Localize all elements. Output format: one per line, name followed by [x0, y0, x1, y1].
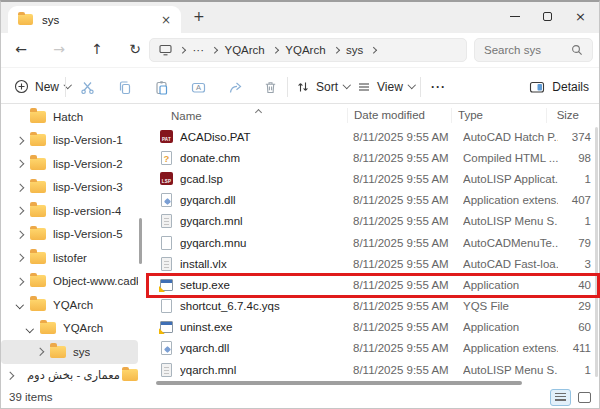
- forward-icon[interactable]: →: [49, 41, 69, 57]
- close-button[interactable]: ×: [564, 2, 597, 31]
- this-pc-icon: [159, 44, 172, 56]
- chevron-down-icon[interactable]: [27, 326, 40, 332]
- chevron-right-icon[interactable]: [7, 373, 20, 379]
- sidebar-item-listofer[interactable]: listofer: [1, 246, 138, 270]
- minimize-icon: [510, 16, 520, 17]
- sidebar-item-object-wwwcadkh[interactable]: Object-www.cadkh: [1, 270, 138, 294]
- sidebar-item-lisp-version-5[interactable]: lisp-Version-5: [1, 223, 138, 247]
- sidebar-item-lisp-version-4[interactable]: lisp-version-4: [1, 199, 138, 223]
- file-row-acadiso.pat[interactable]: PATACADiso.PAT8/11/2025 9:55 AMAutoCAD H…: [147, 126, 598, 147]
- share-button[interactable]: [222, 76, 248, 98]
- sidebar-item-label: Object-www.cadkh: [53, 275, 138, 287]
- chevron-right-icon[interactable]: [17, 185, 30, 191]
- chevron-right-icon[interactable]: [17, 232, 30, 238]
- chevron-down-icon[interactable]: [17, 302, 30, 308]
- sidebar-item-lisp-version-3[interactable]: lisp-Version-3: [1, 176, 138, 200]
- sidebar-item-label: lisp-Version-3: [53, 181, 123, 193]
- sidebar-item-lisp-version-2[interactable]: lisp-Version-2: [1, 152, 138, 176]
- details-view-toggle[interactable]: [550, 389, 571, 406]
- file-row-yqarch.mnl[interactable]: yqarch.mnl8/11/2025 9:55 AMAutoLISP Menu…: [147, 359, 598, 380]
- file-row-yqarch.dll[interactable]: yqarch.dll8/11/2025 9:55 AMApplication e…: [147, 338, 598, 359]
- column-header-date-modified[interactable]: Date modified: [347, 108, 457, 123]
- copy-button[interactable]: [111, 76, 137, 98]
- folder-icon: [30, 111, 46, 123]
- sidebar-item-sys[interactable]: sys: [1, 340, 138, 364]
- toolbar-divider: [287, 77, 288, 97]
- column-header-name[interactable]: Name: [159, 110, 353, 122]
- folder-icon: [30, 205, 46, 217]
- file-type: Application extens...: [463, 194, 558, 206]
- file-row-uninst.exe[interactable]: uninst.exe8/11/2025 9:55 AMApplication60: [147, 317, 598, 338]
- rename-button[interactable]: A: [185, 76, 211, 98]
- close-tab-icon[interactable]: ×: [161, 13, 171, 27]
- chevron-right-icon[interactable]: [17, 138, 30, 144]
- file-type: Application: [463, 279, 558, 291]
- sidebar-item-yqarch[interactable]: YQArch: [1, 317, 138, 341]
- chevron-right-icon[interactable]: [37, 349, 50, 355]
- paste-button[interactable]: [148, 76, 174, 98]
- sidebar-item-label: sys: [73, 346, 90, 358]
- breadcrumb-item-yqarch2[interactable]: YQArch: [285, 44, 325, 56]
- sidebar-item-label: lisp-Version-1: [53, 134, 123, 146]
- folder-icon: [30, 181, 46, 193]
- chevron-right-icon[interactable]: [17, 255, 30, 261]
- file-row-gcad.lsp[interactable]: LSPgcad.lsp8/11/2025 9:55 AMAutoLISP App…: [147, 168, 598, 189]
- sort-button[interactable]: Sort: [296, 74, 350, 99]
- navigation-bar: ← → ↑ ↻ ··· YQArch YQArch sys Search sys: [1, 33, 599, 67]
- search-input[interactable]: Search sys: [474, 38, 593, 62]
- tab-sys[interactable]: sys ×: [8, 6, 181, 33]
- new-tab-button[interactable]: +: [193, 8, 205, 24]
- file-row-gyqarch.mnl[interactable]: gyqarch.mnl8/11/2025 9:55 AMAutoLISP Men…: [147, 211, 598, 232]
- breadcrumb-overflow[interactable]: ···: [193, 44, 205, 56]
- new-button-label: New: [35, 80, 59, 94]
- details-pane-button[interactable]: Details: [529, 74, 589, 99]
- sidebar-item-yqarch[interactable]: YQArch: [1, 293, 138, 317]
- file-name: gyqarch.dll: [180, 194, 353, 206]
- address-bar[interactable]: ··· YQArch YQArch sys: [149, 38, 467, 62]
- sidebar-item-label: lisp-version-4: [53, 205, 121, 217]
- file-type: Compiled HTML ...: [463, 152, 558, 164]
- sort-icon: [296, 80, 310, 94]
- column-header-size[interactable]: Size: [546, 108, 579, 123]
- file-name: gcad.lsp: [180, 173, 353, 185]
- view-button[interactable]: View: [357, 74, 414, 99]
- up-icon[interactable]: ↑: [87, 41, 107, 57]
- file-row-install.vlx[interactable]: install.vlx8/11/2025 9:55 AMAutoCAD Fast…: [147, 253, 598, 274]
- back-icon[interactable]: ←: [11, 41, 31, 57]
- sidebar-item-hatch[interactable]: Hatch: [1, 105, 138, 129]
- file-row-shortcut-6.7.4c.yqs[interactable]: shortcut_6.7.4c.yqs8/11/2025 9:55 AMYQS …: [147, 296, 598, 317]
- file-name: yqarch.mnl: [180, 364, 353, 376]
- file-row-gyqarch.mnu[interactable]: gyqarch.mnu8/11/2025 9:55 AMAutoCADMenuT…: [147, 232, 598, 253]
- cut-button[interactable]: [74, 76, 100, 98]
- see-more-button[interactable]: ···: [431, 74, 446, 99]
- file-row-gyqarch.dll[interactable]: gyqarch.dll8/11/2025 9:55 AMApplication …: [147, 190, 598, 211]
- file-row-setup.exe[interactable]: setup.exe8/11/2025 9:55 AMApplication40: [147, 274, 598, 295]
- sidebar-scrollbar-thumb[interactable]: [139, 218, 142, 264]
- file-row-donate.chm[interactable]: donate.chm8/11/2025 9:55 AMCompiled HTML…: [147, 147, 598, 168]
- sidebar-item--[interactable]: معماری - بخش دوم: [1, 364, 138, 387]
- column-header-type[interactable]: Type: [451, 108, 546, 123]
- delete-button[interactable]: [257, 76, 283, 98]
- chevron-down-icon: [343, 81, 351, 89]
- file-date-modified: 8/11/2025 9:55 AM: [353, 131, 463, 143]
- breadcrumb-item-sys[interactable]: sys: [346, 44, 363, 56]
- file-list-vertical-scrollbar[interactable]: [595, 127, 598, 377]
- folder-icon: [30, 252, 46, 264]
- toolbar-divider: [420, 77, 421, 97]
- file-name: install.vlx: [180, 258, 353, 270]
- chm-file-icon: [159, 150, 174, 165]
- file-list-horizontal-scrollbar[interactable]: [156, 381, 522, 385]
- sidebar-item-lisp-version-1[interactable]: lisp-Version-1: [1, 129, 138, 153]
- file-date-modified: 8/11/2025 9:55 AM: [353, 173, 463, 185]
- refresh-icon[interactable]: ↻: [125, 41, 145, 57]
- minimize-button[interactable]: [498, 2, 531, 31]
- file-type: Application: [463, 321, 558, 333]
- chevron-right-icon[interactable]: [17, 161, 30, 167]
- exe-file-icon: [159, 277, 174, 292]
- chevron-right-icon[interactable]: [17, 208, 30, 214]
- maximize-button[interactable]: [531, 2, 564, 31]
- chevron-right-icon[interactable]: [17, 279, 30, 285]
- large-icons-view-toggle[interactable]: [578, 392, 591, 403]
- chevron-right-icon: [211, 47, 217, 53]
- breadcrumb-item-yqarch[interactable]: YQArch: [225, 44, 265, 56]
